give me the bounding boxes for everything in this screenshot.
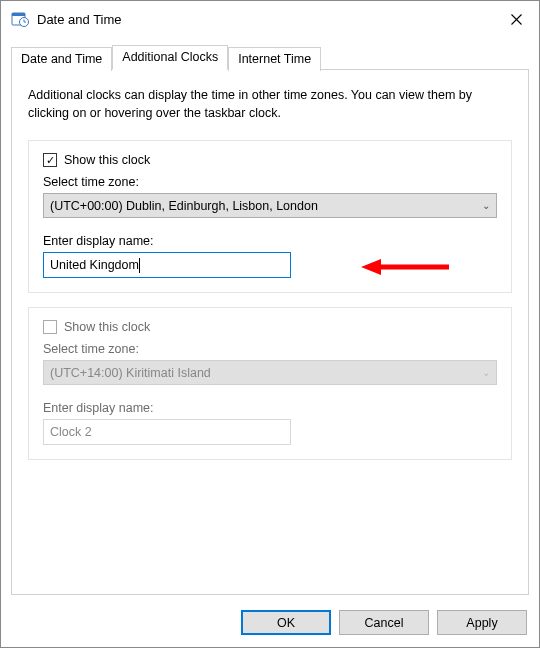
description-text: Additional clocks can display the time i… xyxy=(28,86,512,122)
clock1-display-name-value: United Kingdom xyxy=(50,258,139,272)
tab-strip: Date and Time Additional Clocks Internet… xyxy=(11,45,529,69)
clock2-group: Show this clock Select time zone: (UTC+1… xyxy=(28,307,512,460)
ok-button[interactable]: OK xyxy=(241,610,331,635)
clock2-tz-label: Select time zone: xyxy=(43,342,497,356)
clock2-display-name-value: Clock 2 xyxy=(50,425,92,439)
tab-label: Additional Clocks xyxy=(122,50,218,64)
cancel-button[interactable]: Cancel xyxy=(339,610,429,635)
clock2-name-label: Enter display name: xyxy=(43,401,497,415)
button-label: OK xyxy=(277,616,295,630)
tab-additional-clocks[interactable]: Additional Clocks xyxy=(112,45,228,70)
titlebar: Date and Time xyxy=(1,1,539,37)
clock1-timezone-value: (UTC+00:00) Dublin, Edinburgh, Lisbon, L… xyxy=(50,199,476,213)
close-button[interactable] xyxy=(493,1,539,37)
clock2-show-label: Show this clock xyxy=(64,320,150,334)
date-time-window: Date and Time Date and Time Additional C… xyxy=(0,0,540,648)
clock1-tz-label: Select time zone: xyxy=(43,175,497,189)
apply-button[interactable]: Apply xyxy=(437,610,527,635)
clock2-show-checkbox[interactable] xyxy=(43,320,57,334)
dialog-buttons: OK Cancel Apply xyxy=(241,610,527,635)
clock1-show-checkbox[interactable]: ✓ xyxy=(43,153,57,167)
chevron-down-icon: ⌄ xyxy=(482,200,490,211)
client-area: Date and Time Additional Clocks Internet… xyxy=(1,37,539,605)
clock1-display-name-input[interactable]: United Kingdom xyxy=(43,252,291,278)
checkmark-icon: ✓ xyxy=(46,155,55,166)
annotation-arrow-icon xyxy=(361,257,451,281)
date-time-icon xyxy=(11,10,29,28)
svg-marker-4 xyxy=(361,259,381,275)
clock2-display-name-input: Clock 2 xyxy=(43,419,291,445)
clock1-group: ✓ Show this clock Select time zone: (UTC… xyxy=(28,140,512,293)
tab-label: Internet Time xyxy=(238,52,311,66)
svg-rect-1 xyxy=(12,13,25,16)
tab-label: Date and Time xyxy=(21,52,102,66)
clock2-timezone-value: (UTC+14:00) Kiritimati Island xyxy=(50,366,476,380)
window-title: Date and Time xyxy=(37,12,493,27)
button-label: Apply xyxy=(466,616,497,630)
clock2-timezone-select: (UTC+14:00) Kiritimati Island ⌄ xyxy=(43,360,497,385)
clock1-show-label: Show this clock xyxy=(64,153,150,167)
text-caret xyxy=(139,258,140,273)
clock1-timezone-select[interactable]: (UTC+00:00) Dublin, Edinburgh, Lisbon, L… xyxy=(43,193,497,218)
tab-page-additional-clocks: Additional clocks can display the time i… xyxy=(11,69,529,595)
tab-internet-time[interactable]: Internet Time xyxy=(228,47,321,71)
tab-date-and-time[interactable]: Date and Time xyxy=(11,47,112,71)
chevron-down-icon: ⌄ xyxy=(482,367,490,378)
button-label: Cancel xyxy=(365,616,404,630)
clock1-name-label: Enter display name: xyxy=(43,234,497,248)
